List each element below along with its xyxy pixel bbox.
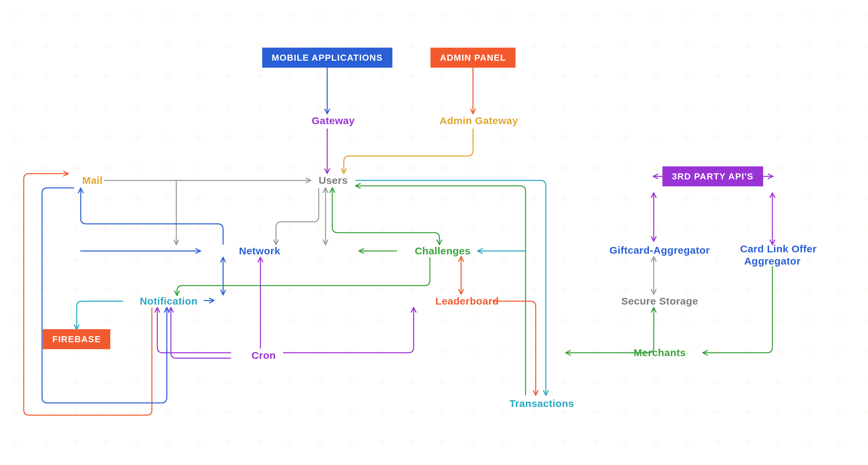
box-admin-panel: ADMIN PANEL xyxy=(430,48,515,68)
node-network: Network xyxy=(227,233,280,269)
edge xyxy=(703,267,772,353)
node-mail: Mail xyxy=(70,162,103,199)
edge xyxy=(283,308,414,353)
box-mobile-applications: MOBILE APPLICATIONS xyxy=(262,48,392,68)
node-merchants: Merchants xyxy=(622,334,686,371)
node-admin-gateway: Admin Gateway xyxy=(428,102,518,139)
node-cron: Cron xyxy=(239,337,276,374)
edge xyxy=(77,301,123,329)
box-label: ADMIN PANEL xyxy=(440,53,506,63)
box-label: 3RD PARTY API'S xyxy=(672,171,754,181)
node-giftcard-aggregator: Giftcard-Aggregator xyxy=(597,232,710,269)
box-third-party-apis: 3RD PARTY API'S xyxy=(663,167,763,187)
node-secure-storage: Secure Storage xyxy=(609,283,698,319)
edge xyxy=(493,301,536,395)
edge xyxy=(177,258,430,295)
box-label: MOBILE APPLICATIONS xyxy=(272,53,383,63)
node-users: Users xyxy=(307,162,348,199)
node-transactions: Transactions xyxy=(497,385,574,422)
node-leaderboard: Leaderboard xyxy=(423,283,499,319)
box-firebase: FIREBASE xyxy=(43,329,110,349)
node-challenges: Challenges xyxy=(403,233,471,269)
box-label: FIREBASE xyxy=(52,334,101,344)
node-gateway: Gateway xyxy=(300,102,355,139)
node-card-link-offer-aggregator: Card Link Offer Aggregator xyxy=(728,231,816,279)
node-notification: Notification xyxy=(128,283,198,319)
